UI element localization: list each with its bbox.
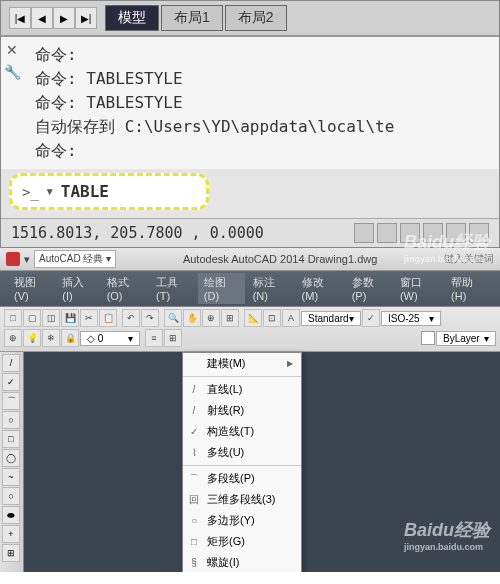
tab-layout2[interactable]: 布局2 <box>225 5 287 31</box>
command-input-container[interactable]: >_ ▼ TABLE <box>9 173 209 210</box>
workspace-selector[interactable]: AutoCAD 经典 ▾ <box>34 250 116 268</box>
menu-item[interactable]: ✓构造线(T) <box>183 421 301 442</box>
menu-item-label: 直线(L) <box>207 382 242 397</box>
autocad-icon <box>6 252 20 266</box>
menu-view[interactable]: 视图(V) <box>8 273 54 304</box>
menu-item[interactable]: □矩形(G) <box>183 531 301 552</box>
menu-params[interactable]: 参数(P) <box>346 273 392 304</box>
bylayer-dropdown[interactable]: ByLayer▾ <box>436 331 496 346</box>
submenu-arrow-icon: ▶ <box>287 359 293 368</box>
tool-btn[interactable]: ❄ <box>42 329 60 347</box>
tab-prev-button[interactable]: ◀ <box>31 7 53 29</box>
menu-tools[interactable]: 工具(T) <box>150 273 196 304</box>
draw-tool[interactable]: + <box>2 525 20 543</box>
menu-item-icon: 回 <box>187 493 201 507</box>
menu-item[interactable]: §螺旋(I) <box>183 552 301 572</box>
tool-btn[interactable]: ≡ <box>145 329 163 347</box>
menu-item-icon <box>187 357 201 371</box>
tool-btn[interactable]: ⊡ <box>263 309 281 327</box>
tool-btn[interactable]: 📋 <box>99 309 117 327</box>
draw-tool[interactable]: ~ <box>2 468 20 486</box>
layer-dropdown[interactable]: ◇ 0▾ <box>80 331 140 346</box>
tool-btn[interactable]: ↷ <box>141 309 159 327</box>
tool-btn[interactable]: □ <box>4 309 22 327</box>
draw-tool[interactable]: ○ <box>2 487 20 505</box>
menu-modify[interactable]: 修改(M) <box>296 273 344 304</box>
menu-item-icon: □ <box>187 535 201 549</box>
tool-btn[interactable]: ✋ <box>183 309 201 327</box>
draw-tool[interactable]: □ <box>2 430 20 448</box>
menu-item[interactable]: ⌒多段线(P) <box>183 468 301 489</box>
color-swatch[interactable] <box>421 331 435 345</box>
tool-btn[interactable]: ↶ <box>122 309 140 327</box>
standard-style-dropdown[interactable]: Standard▾ <box>301 311 361 326</box>
tool-btn[interactable]: ⊞ <box>221 309 239 327</box>
tool-btn[interactable]: ⊕ <box>202 309 220 327</box>
cmd-history-line: 命令: TABLESTYLE <box>35 67 489 91</box>
tool-btn[interactable]: 📐 <box>244 309 262 327</box>
tool-btn[interactable]: A <box>282 309 300 327</box>
menu-item[interactable]: ⌇多线(U) <box>183 442 301 463</box>
cmd-prompt-icon: >_ <box>22 184 39 200</box>
tool-btn[interactable]: 💡 <box>23 329 41 347</box>
draw-tool[interactable]: ✓ <box>2 373 20 391</box>
tab-layout1[interactable]: 布局1 <box>161 5 223 31</box>
menu-item-icon: ○ <box>187 514 201 528</box>
coordinates-display: 1516.8013, 205.7800 , 0.0000 <box>11 224 264 242</box>
tool-btn[interactable]: 🔍 <box>164 309 182 327</box>
menu-item-icon: ⌒ <box>187 472 201 486</box>
draw-tool[interactable]: ⬬ <box>2 506 20 524</box>
status-toggle[interactable] <box>400 223 420 243</box>
menu-help[interactable]: 帮助(H) <box>445 273 492 304</box>
tool-btn[interactable]: ✓ <box>362 309 380 327</box>
command-input[interactable]: TABLE <box>61 182 109 201</box>
tool-btn[interactable]: ⊞ <box>164 329 182 347</box>
menu-window[interactable]: 窗口(W) <box>394 273 443 304</box>
status-toggle[interactable] <box>469 223 489 243</box>
tool-btn[interactable]: ◫ <box>42 309 60 327</box>
draw-tool[interactable]: ⌒ <box>2 392 20 410</box>
menu-item-label: 多边形(Y) <box>207 513 255 528</box>
status-toggle[interactable] <box>446 223 466 243</box>
tab-last-button[interactable]: ▶| <box>75 7 97 29</box>
menu-item-label: 矩形(G) <box>207 534 245 549</box>
menu-insert[interactable]: 插入(I) <box>56 273 98 304</box>
draw-tool[interactable]: ◯ <box>2 449 20 467</box>
menu-item-label: 多段线(P) <box>207 471 255 486</box>
draw-tool[interactable]: ○ <box>2 411 20 429</box>
status-toggle[interactable] <box>423 223 443 243</box>
menu-item-icon: § <box>187 556 201 570</box>
cmd-history-line: 自动保存到 C:\Users\YD\appdata\local\te <box>35 115 489 139</box>
tool-btn[interactable]: ✂ <box>80 309 98 327</box>
menu-item-label: 螺旋(I) <box>207 555 239 570</box>
tool-btn[interactable]: 🔒 <box>61 329 79 347</box>
menu-draw[interactable]: 绘图(D) <box>198 273 245 304</box>
menu-item[interactable]: /直线(L) <box>183 379 301 400</box>
tab-first-button[interactable]: |◀ <box>9 7 31 29</box>
menu-format[interactable]: 格式(O) <box>101 273 148 304</box>
menu-item-label: 射线(R) <box>207 403 244 418</box>
tab-model[interactable]: 模型 <box>105 5 159 31</box>
menu-item[interactable]: 建模(M)▶ <box>183 353 301 374</box>
menu-item[interactable]: /射线(R) <box>183 400 301 421</box>
menu-item-label: 建模(M) <box>207 356 246 371</box>
menu-item-icon: ⌇ <box>187 446 201 460</box>
status-toggle[interactable] <box>377 223 397 243</box>
chevron-down-icon[interactable]: ▼ <box>45 186 55 197</box>
tool-btn[interactable]: ⊕ <box>4 329 22 347</box>
draw-menu-dropdown: 建模(M)▶/直线(L)/射线(R)✓构造线(T)⌇多线(U)⌒多段线(P)回三… <box>182 352 302 572</box>
menu-dimension[interactable]: 标注(N) <box>247 273 294 304</box>
draw-tool[interactable]: / <box>2 354 20 372</box>
tool-btn[interactable]: ▢ <box>23 309 41 327</box>
menu-item[interactable]: ○多边形(Y) <box>183 510 301 531</box>
draw-tool[interactable]: ⊞ <box>2 544 20 562</box>
wrench-icon[interactable]: 🔧 <box>3 63 21 81</box>
close-icon[interactable]: ✕ <box>3 41 21 59</box>
menu-item-label: 构造线(T) <box>207 424 254 439</box>
menu-item[interactable]: 回三维多段线(3) <box>183 489 301 510</box>
tool-btn[interactable]: 💾 <box>61 309 79 327</box>
search-hint[interactable]: 键入关键词 <box>444 252 494 266</box>
tab-next-button[interactable]: ▶ <box>53 7 75 29</box>
iso-style-dropdown[interactable]: ISO-25▾ <box>381 311 441 326</box>
status-toggle[interactable] <box>354 223 374 243</box>
